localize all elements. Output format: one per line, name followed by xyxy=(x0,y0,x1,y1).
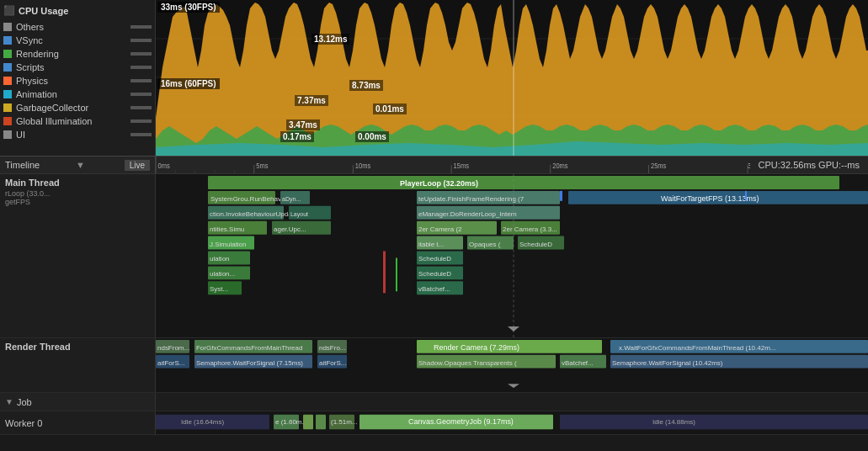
legend-gi[interactable]: Global Illumination xyxy=(3,114,152,128)
svg-text:x.WaitForGfxCommandsFromMainTh: x.WaitForGfxCommandsFromMainThread (10.4… xyxy=(619,344,775,352)
legend-title: ⬛ CPU Usage xyxy=(3,5,152,16)
svg-text:0ms: 0ms xyxy=(158,162,170,170)
gi-color xyxy=(3,117,12,125)
svg-text:teUpdate.FinishFrameRendering : teUpdate.FinishFrameRendering (7 xyxy=(418,195,525,203)
legend-ui[interactable]: UI xyxy=(3,128,152,141)
job-label: ▼ Job xyxy=(0,393,156,411)
fps-60-label: 16ms (60FPS) xyxy=(157,78,220,89)
fps-30-label: 33ms (30FPS) xyxy=(157,2,220,13)
legend-physics[interactable]: Physics xyxy=(3,74,152,88)
ruler-svg: 0ms 5ms 10ms 15ms 20ms 25ms 30ms xyxy=(156,157,750,173)
svg-text:e (1.60m...: e (1.60m... xyxy=(275,419,307,427)
render-thread-row: Render Thread ndsFrom... ForGfxCommandsF… xyxy=(0,338,868,393)
others-color xyxy=(3,23,12,31)
svg-text:aitForS...: aitForS... xyxy=(157,359,184,367)
legend-gc[interactable]: GarbageCollector xyxy=(3,101,152,114)
svg-rect-69 xyxy=(383,252,386,294)
svg-text:ScheduleD: ScheduleD xyxy=(519,241,552,248)
render-thread-label: Render Thread xyxy=(0,338,156,392)
svg-text:ulation: ulation xyxy=(210,255,230,263)
legend-others[interactable]: Others xyxy=(3,20,152,34)
main-thread-label: Main Thread rLoop (33.0... getFPS xyxy=(0,174,156,337)
svg-text:Canvas.GeometryJob (9.17ms): Canvas.GeometryJob (9.17ms) xyxy=(408,418,514,427)
svg-text:15ms: 15ms xyxy=(454,162,469,170)
svg-text:2er Camera (2: 2er Camera (2 xyxy=(418,226,462,233)
svg-text:vBatchef...: vBatchef... xyxy=(562,359,594,367)
svg-text:Idle (14.88ms): Idle (14.88ms) xyxy=(652,419,695,427)
svg-rect-72 xyxy=(745,191,747,201)
svg-text:ndsFrom...: ndsFrom... xyxy=(157,344,189,352)
svg-rect-71 xyxy=(560,191,562,201)
svg-text:ScheduleD: ScheduleD xyxy=(418,270,451,278)
physics-color xyxy=(3,77,12,85)
svg-rect-25 xyxy=(208,176,839,189)
cpu-chart-svg xyxy=(156,0,868,156)
cpu-usage-section: ⬛ CPU Usage Others VSync Rendering xyxy=(0,0,868,156)
svg-text:25ms: 25ms xyxy=(651,162,666,170)
legend-panel: ⬛ CPU Usage Others VSync Rendering xyxy=(0,0,156,156)
svg-text:aitForS...: aitForS... xyxy=(319,359,346,367)
worker-0-label: Worker 0 xyxy=(0,411,156,434)
vsync-color xyxy=(3,36,12,45)
svg-text:itable t...: itable t... xyxy=(418,241,444,248)
cpu-icon: ⬛ xyxy=(3,5,15,16)
animation-color xyxy=(3,90,12,98)
svg-text:ulation...: ulation... xyxy=(210,270,235,278)
ui-color xyxy=(3,130,12,139)
svg-text:Shadow.Opaques Transparents (: Shadow.Opaques Transparents ( xyxy=(418,359,517,367)
gc-color xyxy=(3,103,12,112)
svg-text:2er Camera (3.3...: 2er Camera (3.3... xyxy=(503,226,557,233)
svg-text:Syst...: Syst... xyxy=(210,285,228,293)
cpu-gpu-info: CPU:32.56ms GPU:--ms xyxy=(750,157,868,173)
render-thread-svg: ndsFrom... ForGfxCommandsFromMainThread … xyxy=(156,338,868,392)
svg-rect-105 xyxy=(316,415,326,429)
svg-text:PlayerLoop (32.20ms): PlayerLoop (32.20ms) xyxy=(400,179,478,188)
svg-text:Layout: Layout xyxy=(290,211,308,218)
timeline-header: Timeline ▼ Live 0ms 5ms 10ms 15ms xyxy=(0,156,868,174)
svg-text:vBatchef...: vBatchef... xyxy=(418,285,450,293)
svg-text:ager.Upc...: ager.Upc... xyxy=(274,226,306,233)
job-header-row: ▼ Job xyxy=(0,393,868,411)
main-thread-row: Main Thread rLoop (33.0... getFPS Player… xyxy=(0,174,868,338)
rendering-color xyxy=(3,50,12,58)
legend-scripts[interactable]: Scripts xyxy=(3,61,152,74)
main-thread-svg: PlayerLoop (32.20ms) WaitForTargetFPS (1… xyxy=(156,174,868,337)
ms-badge-1: 13.12ms xyxy=(312,34,349,45)
svg-rect-104 xyxy=(303,415,313,429)
job-content xyxy=(156,393,868,411)
svg-text:Opaques (: Opaques ( xyxy=(469,241,501,248)
ruler-area: 0ms 5ms 10ms 15ms 20ms 25ms 30ms xyxy=(156,157,750,173)
svg-text:Idle (16.64ms): Idle (16.64ms) xyxy=(181,419,224,427)
svg-text:Render Camera (7.29ms): Render Camera (7.29ms) xyxy=(434,343,519,352)
triangle-icon: ▼ xyxy=(76,160,85,170)
svg-text:ForGfxCommandsFromMainThread: ForGfxCommandsFromMainThread xyxy=(196,344,302,352)
worker-svg: Idle (16.64ms) e (1.60m... (1.51m... xyxy=(156,411,868,434)
cpu-chart[interactable]: 33ms (30FPS) 16ms (60FPS) 13.12ms 8.73ms… xyxy=(156,0,868,156)
ms-badge-2: 8.73ms xyxy=(349,80,383,91)
ms-badge-6: 0.17ms xyxy=(280,131,314,142)
svg-text:10ms: 10ms xyxy=(355,162,370,170)
scripts-color xyxy=(3,63,12,72)
legend-rendering[interactable]: Rendering xyxy=(3,47,152,61)
legend-vsync[interactable]: VSync xyxy=(3,34,152,47)
threads-section: Main Thread rLoop (33.0... getFPS Player… xyxy=(0,174,868,451)
svg-text:ndsFro...: ndsFro... xyxy=(319,344,346,352)
render-thread-content[interactable]: ndsFrom... ForGfxCommandsFromMainThread … xyxy=(156,338,868,392)
svg-rect-70 xyxy=(396,257,397,291)
live-badge[interactable]: Live xyxy=(125,160,150,171)
svg-text:WaitForTargetFPS (13.13ms): WaitForTargetFPS (13.13ms) xyxy=(661,194,759,203)
worker-0-row: Worker 0 Idle (16.64ms) e (1.60m... xyxy=(0,411,868,435)
svg-rect-110 xyxy=(560,415,868,429)
ms-badge-3: 7.37ms xyxy=(295,95,328,106)
worker-0-content[interactable]: Idle (16.64ms) e (1.60m... (1.51m... xyxy=(156,411,868,434)
ms-badge-5: 3.47ms xyxy=(286,119,320,130)
svg-text:Semaphore.WaitForSignal (7.15m: Semaphore.WaitForSignal (7.15ms) xyxy=(196,359,303,367)
svg-text:20ms: 20ms xyxy=(552,162,567,170)
svg-text:30ms: 30ms xyxy=(748,162,750,170)
svg-text:5ms: 5ms xyxy=(256,162,268,170)
svg-text:aDyn...: aDyn... xyxy=(282,196,301,203)
main-thread-content[interactable]: PlayerLoop (32.20ms) WaitForTargetFPS (1… xyxy=(156,174,868,337)
legend-animation[interactable]: Animation xyxy=(3,88,152,101)
svg-text:J.Simulation: J.Simulation xyxy=(210,241,247,248)
ms-badge-7: 0.00ms xyxy=(355,131,389,142)
